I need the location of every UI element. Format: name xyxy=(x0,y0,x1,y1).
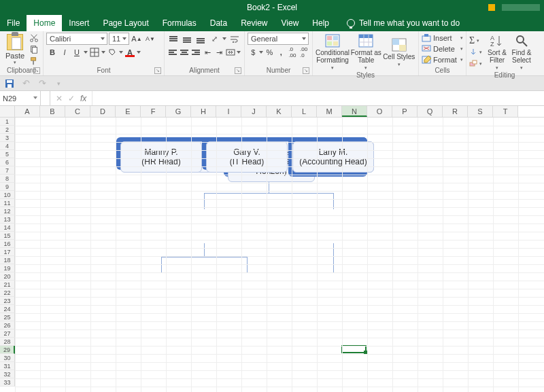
decrease-indent-button[interactable]: ⇤ xyxy=(202,46,214,58)
formula-input[interactable] xyxy=(92,91,544,105)
insert-cells-button[interactable]: Insert▾ xyxy=(422,33,463,43)
row-header[interactable]: 8 xyxy=(0,175,15,183)
row-header[interactable]: 25 xyxy=(0,313,15,321)
increase-font-button[interactable]: A▲ xyxy=(131,33,143,45)
align-bottom-button[interactable] xyxy=(194,33,207,45)
column-header[interactable]: A xyxy=(15,106,40,117)
name-box[interactable]: N29 xyxy=(0,91,41,105)
align-top-button[interactable] xyxy=(167,33,180,45)
row-header[interactable]: 22 xyxy=(0,289,15,297)
row-header[interactable]: 30 xyxy=(0,354,15,362)
underline-dropdown[interactable] xyxy=(83,46,88,58)
org-node[interactable]: Gary V.(IT Head) xyxy=(206,141,288,173)
font-color-button[interactable]: A xyxy=(124,46,136,58)
row-header[interactable]: 19 xyxy=(0,264,15,272)
font-size-combo[interactable]: 11 xyxy=(109,33,129,45)
org-node[interactable]: Lany M.(Accounting Head) xyxy=(292,141,374,173)
row-header[interactable]: 32 xyxy=(0,370,15,378)
column-header[interactable]: O xyxy=(367,106,392,117)
column-header[interactable]: T xyxy=(493,106,518,117)
column-header[interactable]: D xyxy=(90,106,116,117)
qat-customize[interactable]: ▾ xyxy=(53,78,64,89)
row-header[interactable]: 31 xyxy=(0,362,15,370)
orientation-dropdown[interactable] xyxy=(222,33,227,45)
row-header[interactable]: 3 xyxy=(0,134,15,142)
borders-dropdown[interactable] xyxy=(101,46,106,58)
column-header[interactable]: L xyxy=(292,106,317,117)
currency-dropdown[interactable] xyxy=(259,46,264,58)
wrap-text-button[interactable] xyxy=(228,33,241,45)
row-header[interactable]: 4 xyxy=(0,142,15,150)
column-header[interactable]: C xyxy=(65,106,90,117)
row-header[interactable]: 17 xyxy=(0,248,15,256)
row-header[interactable]: 2 xyxy=(0,126,15,134)
percent-button[interactable]: % xyxy=(264,46,275,58)
column-header[interactable]: J xyxy=(241,106,267,117)
tab-home[interactable]: Home xyxy=(27,15,62,31)
row-header[interactable]: 18 xyxy=(0,256,15,264)
fx-icon[interactable]: fx xyxy=(80,94,86,103)
alignment-launcher[interactable]: ↘ xyxy=(235,67,241,74)
autosum-button[interactable]: Σ▾ xyxy=(469,35,482,46)
undo-button[interactable]: ↶ xyxy=(20,78,31,89)
find-select-button[interactable]: Find & Select▾ xyxy=(509,33,534,71)
column-header[interactable]: S xyxy=(468,106,493,117)
increase-decimal-button[interactable]: .0.00 xyxy=(287,46,299,58)
number-launcher[interactable]: ↘ xyxy=(303,67,309,74)
save-button[interactable] xyxy=(4,78,15,89)
align-center-button[interactable] xyxy=(179,46,190,58)
align-right-button[interactable] xyxy=(190,46,202,58)
column-header[interactable]: E xyxy=(116,106,141,117)
column-header[interactable]: R xyxy=(443,106,468,117)
comma-button[interactable]: , xyxy=(275,46,287,58)
decrease-font-button[interactable]: A▼ xyxy=(144,33,156,45)
copy-button[interactable] xyxy=(29,45,39,54)
tab-file[interactable]: File xyxy=(0,15,27,31)
column-header[interactable]: G xyxy=(166,106,191,117)
row-header[interactable]: 6 xyxy=(0,158,15,166)
row-header[interactable]: 16 xyxy=(0,240,15,248)
font-color-dropdown[interactable] xyxy=(136,46,141,58)
format-as-table-button[interactable]: Format as Table▾ xyxy=(350,33,382,71)
row-header[interactable]: 12 xyxy=(0,207,15,215)
tab-page-layout[interactable]: Page Layout xyxy=(96,15,155,31)
tab-help[interactable]: Help xyxy=(305,15,336,31)
bold-button[interactable]: B xyxy=(46,46,58,58)
tab-insert[interactable]: Insert xyxy=(62,15,96,31)
row-header[interactable]: 27 xyxy=(0,329,15,338)
cell-styles-button[interactable]: Cell Styles▾ xyxy=(383,37,415,68)
redo-button[interactable]: ↷ xyxy=(37,78,48,89)
row-header[interactable]: 24 xyxy=(0,305,15,313)
tab-review[interactable]: Review xyxy=(234,15,274,31)
org-node[interactable]: Manny P.(HR Head) xyxy=(120,141,202,173)
row-header[interactable]: 29 xyxy=(0,346,15,354)
column-header[interactable]: M xyxy=(317,106,342,117)
merge-center-button[interactable] xyxy=(225,46,237,58)
column-header[interactable]: Q xyxy=(418,106,443,117)
row-header[interactable]: 1 xyxy=(0,118,15,126)
decrease-decimal-button[interactable]: .00.0 xyxy=(298,46,309,58)
font-launcher[interactable]: ↘ xyxy=(154,67,161,74)
row-header[interactable]: 9 xyxy=(0,183,15,191)
font-name-combo[interactable]: Calibri xyxy=(46,33,107,45)
align-middle-button[interactable] xyxy=(181,33,193,45)
fill-color-dropdown[interactable] xyxy=(118,46,124,58)
row-header[interactable]: 20 xyxy=(0,272,15,281)
fill-button[interactable]: ▾ xyxy=(469,47,482,58)
grid-body[interactable]: Monica Ferreras(Manager of Grand Horizon… xyxy=(0,118,544,392)
format-cells-button[interactable]: Format▾ xyxy=(422,54,463,65)
worksheet-grid[interactable]: ABCDEFGHIJKLMNOPQRST Monica Ferreras(Man… xyxy=(0,106,544,392)
conditional-formatting-button[interactable]: Conditional Formatting▾ xyxy=(316,33,350,71)
row-header[interactable]: 33 xyxy=(0,378,15,387)
column-header[interactable]: I xyxy=(216,106,241,117)
sort-filter-button[interactable]: AZ Sort & Filter▾ xyxy=(485,33,509,71)
row-header[interactable]: 13 xyxy=(0,215,15,224)
tab-formulas[interactable]: Formulas xyxy=(156,15,203,31)
column-header[interactable]: B xyxy=(40,106,65,117)
italic-button[interactable]: I xyxy=(58,46,71,58)
tab-view[interactable]: View xyxy=(275,15,306,31)
underline-button[interactable]: U xyxy=(71,46,83,58)
paste-button[interactable]: Paste ▾ xyxy=(3,34,27,65)
select-all-corner[interactable] xyxy=(0,106,15,117)
row-header[interactable]: 23 xyxy=(0,297,15,305)
